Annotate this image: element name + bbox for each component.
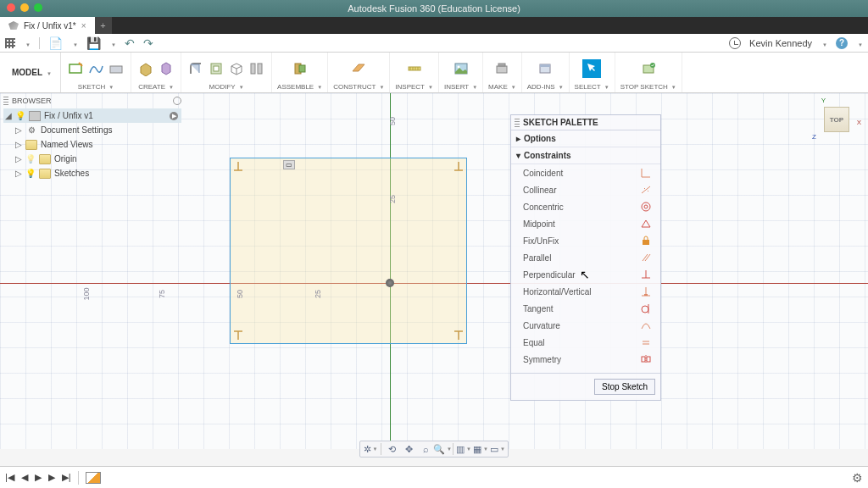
ribbon-label-insert[interactable]: INSERT <box>444 83 477 91</box>
constraint-tangent[interactable]: Tangent <box>511 300 660 317</box>
constraint-horizvert[interactable]: Horizontal/Vertical <box>511 283 660 300</box>
sketch-create-icon[interactable] <box>107 59 125 78</box>
revolve-icon[interactable] <box>157 59 175 78</box>
ribbon-label-sketch[interactable]: SKETCH <box>78 83 114 91</box>
timeline-sketch-feature[interactable] <box>86 472 101 484</box>
close-tab-icon[interactable]: × <box>81 21 86 30</box>
undo-icon[interactable]: ↶ <box>125 36 135 50</box>
collapse-icon[interactable]: ◢ <box>5 111 12 120</box>
timeline-next-button[interactable]: ▶ <box>48 472 55 483</box>
ribbon-label-stopsketch[interactable]: STOP SKETCH <box>620 83 676 91</box>
ribbon-label-make[interactable]: MAKE <box>488 83 516 91</box>
timeline-end-button[interactable]: ▶| <box>62 472 71 483</box>
visibility-icon[interactable]: 💡 <box>15 111 25 120</box>
ribbon-label-addins[interactable]: ADD-INS <box>527 83 564 91</box>
measure-icon[interactable] <box>405 59 424 78</box>
file-menu-icon[interactable]: 📄 <box>48 36 63 50</box>
new-tab-button[interactable]: + <box>95 17 112 34</box>
ribbon-label-create[interactable]: CREATE <box>138 83 174 91</box>
minimize-window-button[interactable] <box>20 3 29 12</box>
expand-icon[interactable]: ▷ <box>15 169 22 178</box>
constraint-coincident[interactable]: Coincident <box>511 164 660 181</box>
expand-icon[interactable]: ▷ <box>15 140 22 149</box>
ribbon-label-inspect[interactable]: INSPECT <box>395 83 433 91</box>
browser-root[interactable]: ◢ 💡 Fix / Unfix v1 ▶ <box>3 108 181 123</box>
browser-header[interactable]: BROWSER <box>3 95 181 107</box>
drag-handle-icon[interactable] <box>3 97 8 105</box>
browser-item-origin[interactable]: ▷ 💡 Origin <box>3 152 181 166</box>
browser-item-docsettings[interactable]: ▷ ⚙ Document Settings <box>3 123 181 137</box>
look-at-icon[interactable]: ⌕ <box>419 442 432 456</box>
orbit-icon[interactable]: ⟲ <box>385 442 398 456</box>
timeline-play-button[interactable]: ▶ <box>35 472 42 483</box>
constraint-symmetry[interactable]: Symmetry <box>511 351 660 368</box>
constraint-parallel[interactable]: Parallel <box>511 249 660 266</box>
viewport-icon[interactable]: ▭ <box>491 442 504 456</box>
ribbon-label-modify[interactable]: MODIFY <box>209 83 244 91</box>
maximize-window-button[interactable] <box>34 3 42 12</box>
extrude-icon[interactable] <box>136 59 155 78</box>
make-icon[interactable] <box>492 59 511 78</box>
drag-handle-icon[interactable] <box>515 119 520 127</box>
document-tab[interactable]: Fix / Unfix v1* × <box>0 17 95 34</box>
timeline-settings-icon[interactable]: ⚙ <box>852 471 863 485</box>
user-dropdown[interactable] <box>821 38 827 48</box>
grid-settings-icon[interactable]: ▦ <box>474 442 487 456</box>
timeline-start-button[interactable]: |◀ <box>5 472 14 483</box>
origin-point[interactable] <box>386 279 394 287</box>
constraint-equal[interactable]: Equal <box>511 334 660 351</box>
data-panel-icon[interactable] <box>5 38 15 48</box>
constraint-concentric[interactable]: Concentric <box>511 198 660 215</box>
joint-icon[interactable] <box>291 59 309 78</box>
zoom-icon[interactable]: 🔍 <box>436 442 449 456</box>
dimension-handle[interactable]: ▭ <box>283 160 295 169</box>
expand-icon[interactable]: ▷ <box>15 154 22 164</box>
help-dropdown[interactable] <box>856 38 863 48</box>
expand-icon[interactable]: ▷ <box>15 125 22 135</box>
job-status-icon[interactable] <box>729 37 741 49</box>
browser-item-sketches[interactable]: ▷ 💡 Sketches <box>3 166 181 180</box>
addins-icon[interactable] <box>536 59 554 78</box>
activate-icon[interactable]: ▶ <box>170 112 178 120</box>
timeline-prev-button[interactable]: ◀ <box>21 472 28 483</box>
data-panel-dropdown[interactable] <box>24 38 31 48</box>
select-icon[interactable] <box>582 59 601 78</box>
palette-section-constraints[interactable]: ▾ Constraints <box>511 147 660 164</box>
visibility-off-icon[interactable]: 💡 <box>25 154 36 164</box>
visibility-icon[interactable]: 💡 <box>25 169 36 178</box>
constraint-midpoint[interactable]: Midpoint <box>511 215 660 232</box>
redo-icon[interactable]: ↷ <box>143 36 153 50</box>
display-style-icon[interactable]: ▥ <box>457 442 470 456</box>
construct-plane-icon[interactable] <box>349 59 368 78</box>
nav-settings-icon[interactable]: ✲ <box>364 442 377 456</box>
presspull-icon[interactable] <box>207 59 225 78</box>
constraint-perpendicular[interactable]: Perpendicular <box>511 266 660 283</box>
user-name[interactable]: Kevin Kennedy <box>749 38 812 48</box>
help-icon[interactable]: ? <box>836 37 848 49</box>
align-icon[interactable] <box>248 59 266 78</box>
pan-icon[interactable]: ✥ <box>402 442 415 456</box>
viewcube[interactable]: Y X Z TOP <box>817 100 856 139</box>
browser-item-namedviews[interactable]: ▷ Named Views <box>3 137 181 152</box>
save-icon[interactable]: 💾 <box>86 36 101 50</box>
stop-sketch-icon[interactable] <box>639 59 658 78</box>
workspace-switcher[interactable]: MODEL <box>3 53 61 92</box>
shell-icon[interactable] <box>227 59 246 78</box>
ribbon-label-assemble[interactable]: ASSEMBLE <box>277 83 322 91</box>
sketch-spline-icon[interactable] <box>86 59 105 78</box>
fillet-icon[interactable] <box>186 59 205 78</box>
constraint-fix[interactable]: Fix/UnFix <box>511 232 660 249</box>
save-dropdown[interactable] <box>109 38 116 48</box>
pin-icon[interactable] <box>173 97 181 105</box>
ribbon-label-construct[interactable]: CONSTRUCT <box>333 83 384 91</box>
insert-icon[interactable] <box>452 59 470 78</box>
close-window-button[interactable] <box>7 3 15 12</box>
palette-section-options[interactable]: ▸ Options <box>511 130 660 147</box>
stop-sketch-button[interactable]: Stop Sketch <box>594 379 655 395</box>
ribbon-label-select[interactable]: SELECT <box>575 83 609 91</box>
sketch-rectangle-icon[interactable] <box>66 59 85 78</box>
constraint-collinear[interactable]: Collinear <box>511 181 660 198</box>
constraint-curvature[interactable]: Curvature <box>511 317 660 334</box>
sketch-rectangle[interactable]: ▭ <box>230 158 467 344</box>
viewcube-face[interactable]: TOP <box>824 107 849 132</box>
